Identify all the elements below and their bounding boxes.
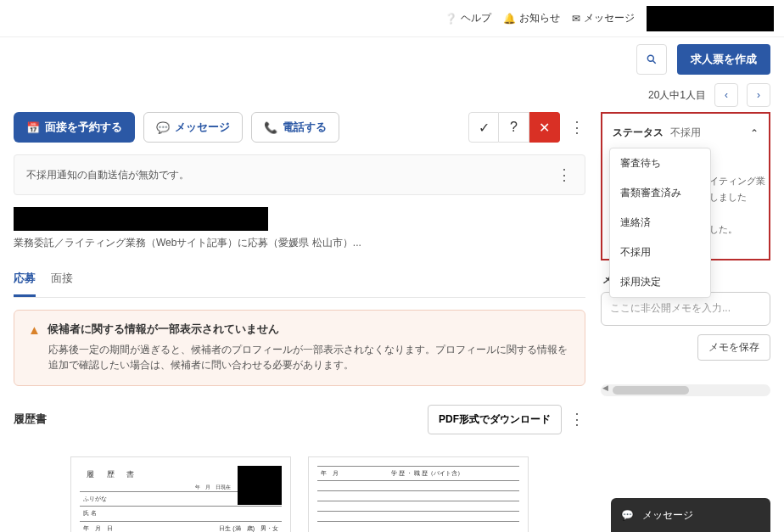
resume-header: 履歴書 PDF形式でダウンロード ⋮ xyxy=(14,405,585,434)
resume-pages: 履 歴 書 年 月 日現在 ふりがな 氏 名 年 月 日 日生 (満 歳) 男・… xyxy=(14,448,585,532)
resume-birth-row: 年 月 日 日生 (満 歳) 男・女 xyxy=(80,521,282,532)
pagination-row: 20人中1人目 ‹ › xyxy=(0,81,784,109)
warning-icon: ▲ xyxy=(28,322,41,337)
status-peek-text: イティング業 しました した。 xyxy=(709,173,765,238)
message-button[interactable]: 💬 メッセージ xyxy=(143,112,243,143)
search-button[interactable] xyxy=(636,44,667,75)
status-option[interactable]: 採用決定 xyxy=(610,267,710,297)
status-value: 不採用 xyxy=(670,126,743,140)
notice-link[interactable]: 🔔 お知らせ xyxy=(503,11,560,25)
undecided-button[interactable]: ? xyxy=(499,112,529,143)
candidate-description: 業務委託／ライティング業務（Webサイト記事）に応募（愛媛県 松山市）... xyxy=(14,236,585,250)
info-strip: 不採用通知の自動送信が無効です。 ⋮ xyxy=(14,154,585,195)
message-link[interactable]: ✉ メッセージ xyxy=(572,11,635,25)
status-dropdown-trigger[interactable]: ステータス 不採用 ⌃ xyxy=(609,120,762,148)
toolbar-row: 求人票を作成 xyxy=(0,37,784,81)
decision-group: ✓ ? ✕ xyxy=(468,112,560,143)
question-icon: ? xyxy=(510,120,518,135)
status-option[interactable]: 審査待ち xyxy=(610,148,710,178)
warning-box: ▲ 候補者に関する情報が一部表示されていません 応募後一定の期間が過ぎると、候補… xyxy=(14,310,585,386)
calendar-icon: 📅 xyxy=(26,121,40,134)
main-area: 📅 面接を予約する 💬 メッセージ 📞 電話する ✓ ? ✕ ⋮ 不採用通知の自… xyxy=(0,109,784,532)
warning-body: 応募後一定の期間が過ぎると、候補者のプロフィールが一部表示されなくなります。プロ… xyxy=(28,342,571,373)
chat-icon: 💬 xyxy=(156,121,170,134)
chat-widget[interactable]: 💬 メッセージ xyxy=(611,498,770,532)
status-dropdown: 審査待ち 書類審査済み 連絡済 不採用 採用決定 xyxy=(609,148,711,298)
chevron-left-icon: ‹ xyxy=(725,89,728,101)
status-label: ステータス xyxy=(613,126,664,140)
call-button[interactable]: 📞 電話する xyxy=(251,112,339,143)
resume-name-row: 氏 名 xyxy=(80,506,282,521)
status-option[interactable]: 書類審査済み xyxy=(610,178,710,208)
next-page-button[interactable]: › xyxy=(747,83,770,107)
chat-icon: 💬 xyxy=(621,509,634,521)
svg-line-1 xyxy=(652,60,655,63)
info-strip-overflow[interactable]: ⋮ xyxy=(556,165,573,184)
chevron-right-icon: › xyxy=(757,89,760,101)
scrollbar-thumb[interactable] xyxy=(613,386,689,395)
tab-apply[interactable]: 応募 xyxy=(14,264,36,297)
action-overflow-button[interactable]: ⋮ xyxy=(568,118,585,137)
resume-overflow-button[interactable]: ⋮ xyxy=(568,410,585,428)
warning-title: 候補者に関する情報が一部表示されていません xyxy=(48,322,279,337)
status-option[interactable]: 連絡済 xyxy=(610,208,710,238)
resume-page-2[interactable]: 年 月 学 歴 ・ 職 歴（バイト含） 年 月 資 格 ・ 免 許 xyxy=(308,456,529,532)
message-button-label: メッセージ xyxy=(175,120,230,135)
schedule-interview-label: 面接を予約する xyxy=(45,120,122,135)
account-redacted[interactable] xyxy=(647,6,774,31)
left-column: 📅 面接を予約する 💬 メッセージ 📞 電話する ✓ ? ✕ ⋮ 不採用通知の自… xyxy=(14,112,585,532)
tabs: 応募 面接 xyxy=(14,264,585,298)
resume-history-header: 年 月 学 歴 ・ 職 歴（バイト含） xyxy=(317,466,519,480)
status-card: ステータス 不採用 ⌃ 審査待ち 書類審査済み 連絡済 不採用 採用決定 イティ… xyxy=(601,112,770,260)
resume-page-1[interactable]: 履 歴 書 年 月 日現在 ふりがな 氏 名 年 月 日 日生 (満 歳) 男・… xyxy=(70,456,291,532)
memo-save-button[interactable]: メモを保存 xyxy=(697,334,770,361)
create-job-button[interactable]: 求人票を作成 xyxy=(677,44,770,75)
action-bar: 📅 面接を予約する 💬 メッセージ 📞 電話する ✓ ? ✕ ⋮ xyxy=(14,112,585,143)
tab-interview[interactable]: 面接 xyxy=(51,264,73,297)
pagination-text: 20人中1人目 xyxy=(648,88,706,103)
candidate-block: 業務委託／ライティング業務（Webサイト記事）に応募（愛媛県 松山市）... xyxy=(14,207,585,250)
chat-label: メッセージ xyxy=(642,508,693,523)
help-label: ヘルプ xyxy=(461,11,491,25)
right-column: ステータス 不採用 ⌃ 審査待ち 書類審査済み 連絡済 不採用 採用決定 イティ… xyxy=(601,112,770,532)
kebab-icon: ⋮ xyxy=(569,118,585,137)
close-icon: ✕ xyxy=(539,120,550,136)
search-icon xyxy=(646,53,658,65)
horizontal-scrollbar[interactable] xyxy=(601,384,770,396)
check-icon: ✓ xyxy=(479,120,490,136)
help-link[interactable]: ❔ ヘルプ xyxy=(445,11,491,25)
mail-icon: ✉ xyxy=(572,13,580,25)
chevron-up-icon: ⌃ xyxy=(750,127,759,139)
top-header: ❔ ヘルプ 🔔 お知らせ ✉ メッセージ xyxy=(0,0,784,37)
help-icon: ❔ xyxy=(445,13,457,25)
call-button-label: 電話する xyxy=(283,120,327,135)
resume-photo-redacted xyxy=(238,466,282,505)
message-label: メッセージ xyxy=(584,11,635,25)
status-option[interactable]: 不採用 xyxy=(610,238,710,267)
info-strip-text: 不採用通知の自動送信が無効です。 xyxy=(26,168,189,182)
warning-title-row: ▲ 候補者に関する情報が一部表示されていません xyxy=(28,322,571,337)
prev-page-button[interactable]: ‹ xyxy=(714,83,738,107)
approve-button[interactable]: ✓ xyxy=(468,112,499,143)
phone-icon: 📞 xyxy=(264,121,277,134)
candidate-name-redacted xyxy=(14,207,268,231)
download-pdf-button[interactable]: PDF形式でダウンロード xyxy=(428,405,562,434)
bell-icon: 🔔 xyxy=(503,13,516,25)
svg-point-0 xyxy=(647,55,653,61)
schedule-interview-button[interactable]: 📅 面接を予約する xyxy=(14,112,135,143)
resume-title: 履歴書 xyxy=(14,412,47,427)
notice-label: お知らせ xyxy=(519,11,560,25)
reject-button[interactable]: ✕ xyxy=(529,112,560,143)
